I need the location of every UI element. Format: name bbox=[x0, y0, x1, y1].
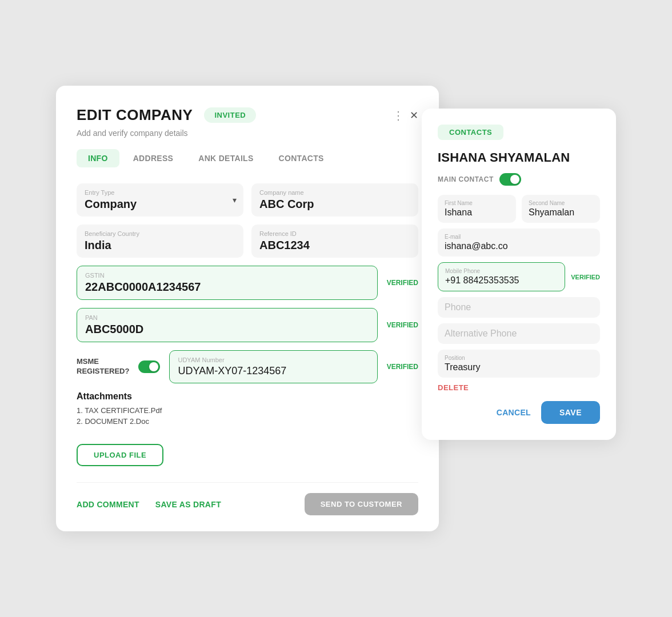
tabs: INFO ADDRESS ANK DETAILS CONTACTS bbox=[77, 149, 418, 167]
delete-button[interactable]: DELETE bbox=[438, 383, 600, 392]
country-reference-row: Beneficiary Country India Reference ID A… bbox=[77, 225, 418, 258]
attachment-item-2: 2. DOCUMENT 2.Doc bbox=[77, 417, 418, 426]
first-name-value: Ishana bbox=[445, 207, 472, 217]
save-button[interactable]: SAVE bbox=[541, 401, 600, 424]
attachments-section: Attachments 1. TAX CERTIFICATE.Pdf 2. DO… bbox=[77, 391, 418, 466]
first-name-label: First Name bbox=[445, 200, 509, 206]
bottom-actions: ADD COMMENT SAVE AS DRAFT SEND TO CUSTOM… bbox=[77, 482, 418, 515]
add-comment-button[interactable]: ADD COMMENT bbox=[77, 500, 139, 509]
header-actions: ⋮ ✕ bbox=[393, 109, 418, 122]
contacts-panel: CONTACTS ISHANA SHYAMALAN MAIN CONTACT F… bbox=[422, 109, 616, 440]
reference-id-label: Reference ID bbox=[259, 230, 410, 237]
more-options-icon[interactable]: ⋮ bbox=[393, 110, 404, 121]
mobile-phone-label: Mobile Phone bbox=[445, 268, 558, 274]
msme-toggle[interactable] bbox=[138, 360, 160, 373]
gstin-verified-badge: VERIFIED bbox=[387, 279, 418, 287]
contacts-badge: CONTACTS bbox=[438, 125, 503, 140]
pan-verified-badge: VERIFIED bbox=[387, 321, 418, 329]
dropdown-arrow-icon: ▾ bbox=[233, 195, 237, 205]
entry-company-row: Entry Type Company ▾ Company name ABC Co… bbox=[77, 183, 418, 217]
udyam-value: UDYAM-XY07-1234567 bbox=[178, 365, 286, 376]
tab-contacts[interactable]: CONTACTS bbox=[267, 149, 335, 167]
company-name-label: Company name bbox=[259, 189, 410, 196]
phone-field[interactable]: Phone bbox=[438, 297, 600, 318]
right-bottom-actions: CANCEL SAVE bbox=[438, 401, 600, 424]
reference-id-field[interactable]: Reference ID ABC1234 bbox=[251, 225, 418, 258]
panel-header: EDIT COMPANY INVITED ⋮ ✕ bbox=[77, 106, 418, 124]
panel-subtitle: Add and verify company details bbox=[77, 129, 418, 138]
reference-id-value: ABC1234 bbox=[259, 239, 310, 251]
position-label: Position bbox=[445, 355, 593, 361]
email-value: ishana@abc.co bbox=[445, 241, 508, 251]
udyam-label: UDYAM Number bbox=[178, 356, 369, 363]
gstin-field[interactable]: GSTIN 22ABC0000A1234567 bbox=[77, 266, 378, 300]
pan-value: ABC5000D bbox=[85, 323, 143, 335]
send-to-customer-button[interactable]: SEND TO CUSTOMER bbox=[305, 493, 418, 515]
upload-file-button[interactable]: UPLOAD FILE bbox=[77, 444, 163, 466]
second-name-field[interactable]: Second Name Shyamalan bbox=[522, 195, 600, 223]
gstin-label: GSTIN bbox=[85, 272, 369, 279]
second-name-label: Second Name bbox=[529, 200, 593, 206]
status-badge: INVITED bbox=[204, 107, 256, 123]
company-name-value: ABC Corp bbox=[259, 198, 314, 210]
tab-address[interactable]: ADDRESS bbox=[122, 149, 185, 167]
attachments-title: Attachments bbox=[77, 391, 418, 402]
entry-type-value: Company bbox=[85, 198, 137, 210]
main-contact-row: MAIN CONTACT bbox=[438, 173, 600, 186]
email-label: E-mail bbox=[445, 234, 593, 240]
udyam-field[interactable]: UDYAM Number UDYAM-XY07-1234567 bbox=[169, 350, 377, 383]
msme-label: MSMEREGISTERED? bbox=[77, 357, 129, 376]
pan-label: PAN bbox=[85, 314, 369, 321]
mobile-phone-verified-badge: VERIFIED bbox=[571, 274, 600, 281]
company-name-field[interactable]: Company name ABC Corp bbox=[251, 183, 418, 217]
pan-field[interactable]: PAN ABC5000D bbox=[77, 308, 378, 342]
panel-title: EDIT COMPANY bbox=[77, 106, 193, 124]
main-contact-label: MAIN CONTACT bbox=[438, 175, 494, 183]
position-field[interactable]: Position Treasury bbox=[438, 350, 600, 378]
mobile-phone-field[interactable]: Mobile Phone +91 88425353535 bbox=[438, 262, 565, 291]
main-contact-toggle[interactable] bbox=[499, 173, 521, 186]
beneficiary-country-label: Beneficiary Country bbox=[85, 230, 235, 237]
edit-company-panel: EDIT COMPANY INVITED ⋮ ✕ Add and verify … bbox=[56, 86, 439, 531]
beneficiary-country-value: India bbox=[85, 239, 111, 251]
position-value: Treasury bbox=[445, 362, 481, 372]
entry-type-label: Entry Type bbox=[85, 189, 235, 196]
cancel-button[interactable]: CANCEL bbox=[497, 408, 531, 417]
tab-info[interactable]: INFO bbox=[77, 149, 119, 167]
entry-type-field[interactable]: Entry Type Company ▾ bbox=[77, 183, 243, 217]
tab-ank-details[interactable]: ANK DETAILS bbox=[187, 149, 265, 167]
second-name-value: Shyamalan bbox=[529, 207, 574, 217]
name-row: First Name Ishana Second Name Shyamalan bbox=[438, 195, 600, 223]
save-as-draft-button[interactable]: SAVE AS DRAFT bbox=[155, 500, 221, 509]
alt-phone-field[interactable]: Alternative Phone bbox=[438, 323, 600, 344]
msme-row: MSMEREGISTERED? UDYAM Number UDYAM-XY07-… bbox=[77, 350, 418, 383]
beneficiary-country-field[interactable]: Beneficiary Country India bbox=[77, 225, 243, 258]
attachment-item-1: 1. TAX CERTIFICATE.Pdf bbox=[77, 406, 418, 415]
contact-name: ISHANA SHYAMALAN bbox=[438, 150, 600, 165]
first-name-field[interactable]: First Name Ishana bbox=[438, 195, 516, 223]
gstin-value: 22ABC0000A1234567 bbox=[85, 281, 201, 293]
email-field[interactable]: E-mail ishana@abc.co bbox=[438, 229, 600, 257]
udyam-verified-badge: VERIFIED bbox=[387, 363, 418, 371]
mobile-phone-value: +91 88425353535 bbox=[445, 275, 519, 285]
close-icon[interactable]: ✕ bbox=[410, 109, 418, 122]
